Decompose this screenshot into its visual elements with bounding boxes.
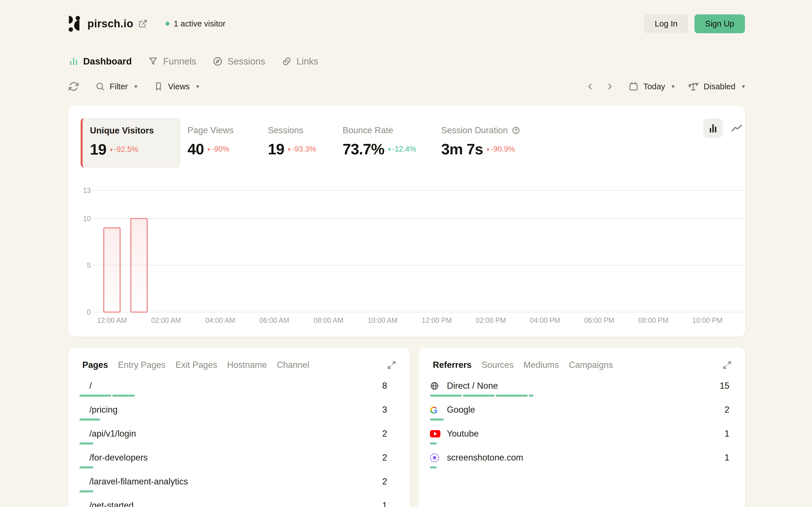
- row-label[interactable]: /laravel-filament-analytics: [89, 476, 188, 487]
- pages-rows: /8/pricing3/api/v1/login2/for-developers…: [80, 380, 387, 507]
- nav-item-funnels[interactable]: Funnels: [148, 56, 196, 67]
- metric-unique-visitors[interactable]: Unique Visitors 19 ▾-92.5%: [81, 118, 181, 168]
- y-axis-tick: 0: [87, 308, 91, 316]
- metric-value: 40: [188, 140, 204, 158]
- views-label: Views: [168, 82, 190, 91]
- row-label[interactable]: screenshotone.com: [447, 453, 523, 463]
- brand-title: pirsch.io: [87, 18, 133, 30]
- date-range-dropdown[interactable]: Today ▾: [628, 81, 675, 92]
- table-row: Direct / None15: [430, 380, 729, 404]
- x-axis-tick: 06:00 AM: [259, 316, 289, 324]
- globe-favicon: [430, 381, 441, 390]
- tab-referrers-sources[interactable]: Sources: [481, 360, 514, 370]
- tab-pages-hostname[interactable]: Hostname: [227, 360, 267, 370]
- chevron-down-icon: ▾: [742, 83, 745, 90]
- chart-bar-1200am[interactable]: [104, 228, 120, 312]
- row-label[interactable]: /: [89, 381, 92, 391]
- nav-item-sessions[interactable]: Sessions: [213, 56, 265, 67]
- filter-label: Filter: [110, 82, 128, 91]
- triangle-down-icon: ▾: [207, 146, 210, 153]
- login-button[interactable]: Log In: [644, 14, 688, 33]
- expand-icon[interactable]: [387, 360, 396, 370]
- row-label[interactable]: Google: [447, 405, 475, 415]
- chevron-down-icon: ▾: [134, 83, 137, 90]
- triangle-down-icon: ▾: [388, 146, 391, 153]
- expand-icon[interactable]: [723, 360, 732, 370]
- search-icon: [95, 82, 105, 91]
- nav-label: Funnels: [163, 56, 196, 67]
- chevron-right-icon[interactable]: [605, 82, 614, 91]
- active-visitors: 1 active visitor: [165, 19, 225, 29]
- triangle-down-icon: ▾: [110, 147, 113, 153]
- table-row: screenshotone.com1: [430, 452, 729, 476]
- chevron-down-icon: ▾: [672, 83, 675, 90]
- help-icon[interactable]: [512, 126, 520, 135]
- row-label[interactable]: Direct / None: [447, 381, 498, 391]
- metric-label: Session Duration: [441, 125, 520, 135]
- table-row: /for-developers2: [80, 452, 387, 476]
- referrers-tabs: ReferrersSourcesMediumsCampaigns: [430, 360, 729, 370]
- x-axis-tick: 10:00 AM: [368, 316, 398, 324]
- metric-sessions[interactable]: Sessions 19 ▾-93.3%: [268, 125, 316, 158]
- row-bar: [80, 443, 93, 445]
- main-nav: Dashboard Funnels Sessions Links: [69, 53, 318, 70]
- metrics-row: Unique Visitors 19 ▾-92.5% Page Views 40…: [82, 118, 732, 179]
- x-axis-tick: 08:00 AM: [313, 316, 343, 324]
- tab-pages-channel[interactable]: Channel: [277, 360, 309, 370]
- refresh-icon[interactable]: [68, 81, 79, 92]
- tab-pages-entry-pages[interactable]: Entry Pages: [118, 360, 165, 370]
- row-value: 2: [382, 453, 387, 463]
- row-bar: [430, 418, 444, 420]
- row-label[interactable]: /api/v1/login: [89, 429, 136, 439]
- row-value: 2: [725, 405, 729, 415]
- row-bar: [80, 418, 100, 420]
- overview-card: Unique Visitors 19 ▾-92.5% Page Views 40…: [68, 106, 745, 337]
- table-row: GGoogle2: [430, 404, 729, 428]
- line-chart-toggle[interactable]: [730, 122, 743, 134]
- tab-pages-exit-pages[interactable]: Exit Pages: [175, 360, 217, 370]
- nav-item-dashboard[interactable]: Dashboard: [69, 56, 132, 67]
- referrers-card: ReferrersSourcesMediumsCampaigns Direct …: [419, 348, 745, 507]
- x-axis-tick: 02:00 PM: [476, 316, 506, 324]
- header: pirsch.io 1 active visitor Log In Sign U…: [68, 10, 745, 37]
- row-value: 1: [725, 453, 729, 463]
- nav-item-links[interactable]: Links: [282, 56, 318, 67]
- row-bar: [80, 466, 93, 468]
- metric-session-duration[interactable]: Session Duration 3m 7s ▾-90.9%: [441, 125, 520, 158]
- filter-dropdown[interactable]: Filter ▾: [95, 82, 137, 91]
- signup-button[interactable]: Sign Up: [695, 14, 745, 33]
- row-bar: [430, 466, 437, 468]
- chart-bar-0100am[interactable]: [131, 219, 147, 312]
- chevron-left-icon[interactable]: [586, 82, 595, 91]
- external-link-icon[interactable]: [139, 19, 147, 28]
- tab-referrers-campaigns[interactable]: Campaigns: [569, 360, 613, 370]
- row-label[interactable]: /for-developers: [89, 453, 148, 463]
- google-favicon: G: [430, 405, 441, 415]
- bar-chart-icon: [69, 57, 79, 66]
- row-value: 1: [725, 429, 729, 439]
- tab-referrers-mediums[interactable]: Mediums: [523, 360, 559, 370]
- row-label[interactable]: /pricing: [89, 405, 117, 415]
- tab-pages-pages[interactable]: Pages: [82, 360, 108, 370]
- row-label[interactable]: Youtube: [447, 429, 479, 439]
- x-axis-tick: 08:00 PM: [638, 316, 668, 324]
- row-value: 1: [382, 501, 387, 507]
- tab-referrers-referrers[interactable]: Referrers: [433, 360, 472, 370]
- metric-page-views[interactable]: Page Views 40 ▾-90%: [188, 125, 234, 158]
- metric-label: Unique Visitors: [90, 126, 172, 136]
- comparison-dropdown[interactable]: Disabled ▾: [688, 81, 745, 92]
- table-row: Youtube1: [430, 428, 729, 452]
- metric-label: Sessions: [268, 125, 316, 135]
- row-value: 2: [382, 476, 387, 487]
- nav-label: Links: [297, 56, 318, 67]
- link-icon: [282, 56, 292, 66]
- row-label[interactable]: /get-started: [89, 501, 134, 507]
- compass-icon: [213, 56, 223, 66]
- metric-value: 19: [268, 140, 284, 158]
- active-dot-icon: [165, 22, 169, 25]
- bar-chart-toggle[interactable]: [703, 119, 723, 138]
- pages-tabs: PagesEntry PagesExit PagesHostnameChanne…: [80, 360, 387, 370]
- metric-bounce-rate[interactable]: Bounce Rate 73.7% ▾-12.4%: [343, 125, 416, 158]
- youtube-favicon: [430, 430, 441, 438]
- views-dropdown[interactable]: Views ▾: [154, 82, 199, 91]
